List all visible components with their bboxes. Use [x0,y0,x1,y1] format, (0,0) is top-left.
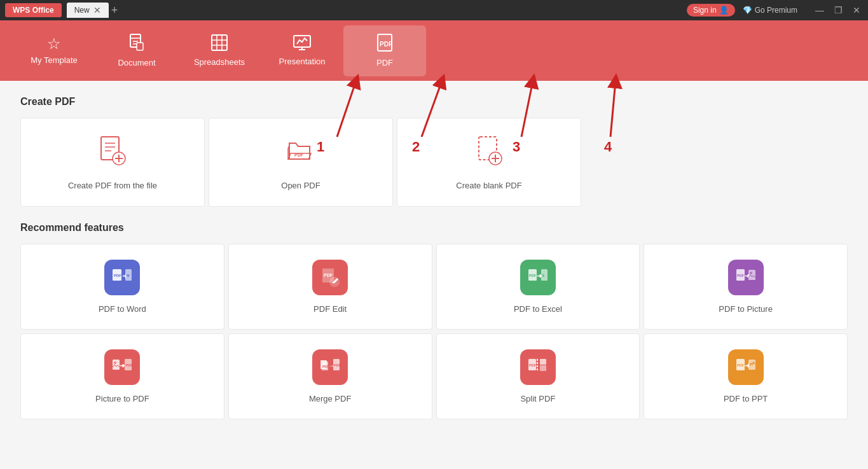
svg-text:PDF: PDF [334,363,341,367]
main-content: Create PDF Create PDF from the file [0,81,868,469]
pdf-to-word-card[interactable]: PDF ➜ W PDF to Word [20,244,224,330]
merge-pdf-icon: PDF → PDF [312,349,348,385]
svg-rect-56 [540,359,546,365]
svg-text:PDF: PDF [380,41,392,48]
maximize-button[interactable]: ❐ [832,5,845,15]
svg-point-43 [114,361,116,364]
title-bar-right: Sign in 👤 💎 Go Premium — ❐ ✕ [687,4,863,17]
svg-text:PDF: PDF [737,274,745,277]
star-icon: ☆ [47,36,61,52]
create-pdf-title: Create PDF [20,96,848,108]
features-grid: PDF ➜ W PDF to Word PDF [20,244,848,419]
svg-rect-40 [748,270,755,280]
create-from-file-icon [96,134,129,173]
picture-to-pdf-label: Picture to PDF [95,394,149,403]
tab-document[interactable]: Document [95,25,178,76]
tab-my-template-label: My Template [31,55,77,65]
pdf-to-excel-label: PDF to Excel [514,304,562,314]
page-wrapper: WPS Office New ✕ + Sign in 👤 💎 Go Premiu… [0,0,868,469]
svg-text:PDF: PDF [737,363,745,367]
create-from-file-label: Create PDF from the file [68,181,157,190]
svg-rect-2 [212,35,227,50]
open-pdf-icon: PDF [284,134,317,173]
split-pdf-icon: PDF [520,349,556,385]
new-tab-label: New [74,6,90,15]
svg-point-41 [750,272,752,274]
title-bar: WPS Office New ✕ + Sign in 👤 💎 Go Premiu… [0,0,868,20]
tab-presentation-label: Presentation [279,57,326,66]
picture-to-pdf-icon: ➜ PDF [104,349,140,385]
split-pdf-card[interactable]: PDF Split PDF [436,333,640,419]
create-blank-icon [472,134,506,173]
tab-document-label: Document [118,58,155,67]
svg-text:PDF: PDF [126,363,134,367]
pdf-edit-icon: PDF [312,260,348,295]
pdf-to-picture-label: PDF to Picture [719,304,773,314]
svg-text:➜: ➜ [120,362,125,369]
diamond-icon: 💎 [743,6,752,15]
pdf-to-picture-card[interactable]: PDF ➜ PDF to Picture [644,244,848,330]
tab-pdf-label: PDF [376,58,393,67]
document-icon [128,34,145,54]
wps-logo[interactable]: WPS Office [5,3,62,17]
merge-pdf-label: Merge PDF [309,394,351,403]
pdf-to-ppt-icon: PDF ➜ [728,349,764,385]
go-premium-button[interactable]: 💎 Go Premium [743,6,797,15]
add-tab-button[interactable]: + [111,4,118,17]
sign-in-label: Sign in [693,6,717,15]
split-pdf-label: Split PDF [520,394,555,403]
svg-rect-57 [540,365,546,371]
open-pdf-card[interactable]: PDF Open PDF [209,118,393,207]
open-pdf-label: Open PDF [281,181,320,190]
pdf-edit-card[interactable]: PDF PDF Edit [228,244,432,330]
pdf-to-ppt-label: PDF to PPT [724,394,768,403]
svg-text:PDF: PDF [324,273,333,277]
svg-rect-1 [137,43,143,50]
pdf-icon: PDF [376,34,393,54]
pdf-to-excel-icon: PDF ➜ $ [520,260,556,295]
tab-my-template[interactable]: ☆ My Template [13,25,95,76]
tab-spreadsheets-label: Spreadsheets [194,57,245,67]
create-from-file-card[interactable]: Create PDF from the file [20,118,205,207]
close-window-button[interactable]: ✕ [850,5,863,15]
create-blank-pdf-card[interactable]: Create blank PDF [397,118,581,207]
minimize-button[interactable]: — [813,5,827,15]
go-premium-label: Go Premium [755,6,797,15]
window-controls: — ❐ ✕ [813,5,863,15]
svg-text:PDF: PDF [294,153,304,157]
spreadsheets-icon [211,34,228,53]
picture-to-pdf-card[interactable]: ➜ PDF Picture to PDF [20,333,224,419]
svg-text:PDF: PDF [529,363,537,367]
tab-pdf[interactable]: PDF PDF [343,25,426,76]
pdf-to-picture-icon: PDF ➜ [728,260,764,295]
create-pdf-cards: Create PDF from the file PDF Open PDF [20,118,848,207]
user-icon: 👤 [719,6,729,15]
merge-pdf-card[interactable]: PDF → PDF Merge PDF [228,333,432,419]
pdf-edit-label: PDF Edit [313,304,347,314]
pdf-to-word-label: PDF to Word [99,304,146,314]
sign-in-button[interactable]: Sign in 👤 [687,4,735,17]
svg-text:PDF: PDF [114,274,121,277]
tab-spreadsheets[interactable]: Spreadsheets [178,25,261,76]
nav-tabs: ☆ My Template Document [0,20,868,81]
tab-presentation[interactable]: Presentation [261,25,343,76]
new-tab[interactable]: New ✕ [67,3,109,18]
recommend-title: Recommend features [20,222,848,234]
svg-text:W: W [126,274,130,277]
create-blank-label: Create blank PDF [456,181,521,190]
svg-text:PDF: PDF [529,274,537,277]
new-tab-close[interactable]: ✕ [93,5,101,15]
pdf-to-word-icon: PDF ➜ W [104,260,140,295]
presentation-icon [293,35,311,53]
pdf-to-ppt-card[interactable]: PDF ➜ PDF to PPT [644,333,848,419]
svg-rect-42 [113,360,120,370]
pdf-to-excel-card[interactable]: PDF ➜ $ PDF to Excel [436,244,640,330]
